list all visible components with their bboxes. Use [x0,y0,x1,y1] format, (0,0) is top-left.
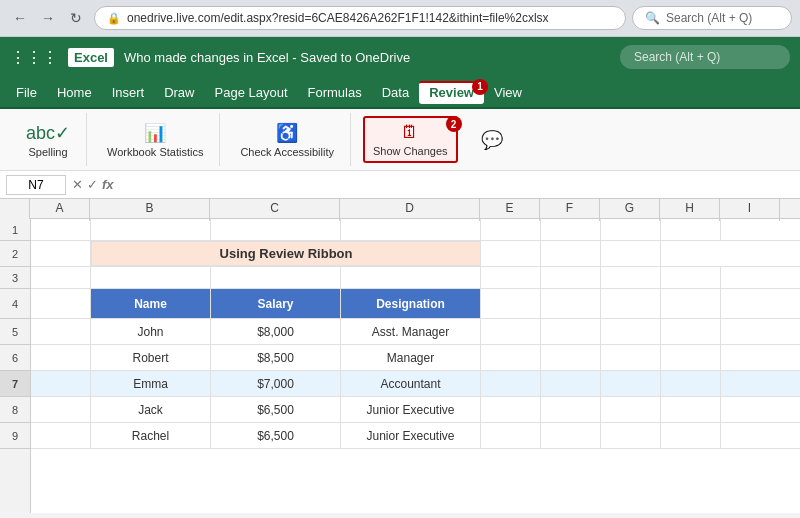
cell-e4[interactable] [481,289,541,318]
cell-f3[interactable] [541,267,601,288]
formula-input[interactable] [120,178,794,192]
cell-e6[interactable] [481,345,541,370]
cell-d3[interactable] [341,267,481,288]
cell-d7[interactable]: Accountant [341,371,481,396]
row-header-3[interactable]: 3 [0,267,30,289]
cell-b3[interactable] [91,267,211,288]
cell-g4[interactable] [601,289,661,318]
back-button[interactable]: ← [8,6,32,30]
cell-b1[interactable] [91,219,211,240]
row-header-5[interactable]: 5 [0,319,30,345]
menu-view[interactable]: View [484,81,532,104]
cell-c8[interactable]: $6,500 [211,397,341,422]
cell-g8[interactable] [601,397,661,422]
cell-h6[interactable] [661,345,721,370]
row-header-7[interactable]: 7 [0,371,30,397]
cell-a2[interactable] [31,241,91,266]
cell-f9[interactable] [541,423,601,448]
confirm-formula-icon[interactable]: ✓ [87,177,98,192]
waffle-icon[interactable]: ⋮⋮⋮ [10,48,58,67]
cell-a1[interactable] [31,219,91,240]
cell-a5[interactable] [31,319,91,344]
cell-g3[interactable] [601,267,661,288]
cell-h7[interactable] [661,371,721,396]
row-header-6[interactable]: 6 [0,345,30,371]
cell-f4[interactable] [541,289,601,318]
cell-reference[interactable]: N7 [6,175,66,195]
comment-button[interactable]: 💬 [462,125,522,155]
menu-insert[interactable]: Insert [102,81,155,104]
cancel-formula-icon[interactable]: ✕ [72,177,83,192]
cell-b4[interactable]: Name [91,289,211,318]
menu-data[interactable]: Data [372,81,419,104]
cell-h8[interactable] [661,397,721,422]
menu-draw[interactable]: Draw [154,81,204,104]
cell-a7[interactable] [31,371,91,396]
cell-a3[interactable] [31,267,91,288]
cell-d1[interactable] [341,219,481,240]
cell-e9[interactable] [481,423,541,448]
address-bar[interactable]: 🔒 onedrive.live.com/edit.aspx?resid=6CAE… [94,6,626,30]
cell-g7[interactable] [601,371,661,396]
row-header-4[interactable]: 4 [0,289,30,319]
cell-b7[interactable]: Emma [91,371,211,396]
cell-d9[interactable]: Junior Executive [341,423,481,448]
menu-formulas[interactable]: Formulas [298,81,372,104]
menu-file[interactable]: File [6,81,47,104]
cell-d6[interactable]: Manager [341,345,481,370]
cell-e5[interactable] [481,319,541,344]
cell-f7[interactable] [541,371,601,396]
cell-h3[interactable] [661,267,721,288]
spelling-button[interactable]: abc✓ Spelling [18,118,78,162]
cell-f2[interactable] [541,241,601,266]
row-header-1[interactable]: 1 [0,219,30,241]
menu-page-layout[interactable]: Page Layout [205,81,298,104]
cell-h9[interactable] [661,423,721,448]
cell-g6[interactable] [601,345,661,370]
cell-h1[interactable] [661,219,721,240]
cell-d5[interactable]: Asst. Manager [341,319,481,344]
cell-b9[interactable]: Rachel [91,423,211,448]
cell-g1[interactable] [601,219,661,240]
browser-search-box[interactable]: 🔍 Search (Alt + Q) [632,6,792,30]
cell-b6[interactable]: Robert [91,345,211,370]
insert-function-icon[interactable]: fx [102,177,114,192]
cell-h4[interactable] [661,289,721,318]
cell-f6[interactable] [541,345,601,370]
cell-d4[interactable]: Designation [341,289,481,318]
cell-c4[interactable]: Salary [211,289,341,318]
check-accessibility-button[interactable]: ♿ Check Accessibility [232,118,342,162]
cell-e2[interactable] [481,241,541,266]
cell-c6[interactable]: $8,500 [211,345,341,370]
cell-c7[interactable]: $7,000 [211,371,341,396]
cell-c1[interactable] [211,219,341,240]
title-search-input[interactable] [620,45,790,69]
cell-e8[interactable] [481,397,541,422]
cell-b5[interactable]: John [91,319,211,344]
cell-b2-merged[interactable]: Using Review Ribbon [91,241,481,266]
row-header-2[interactable]: 2 [0,241,30,267]
cell-a6[interactable] [31,345,91,370]
cell-g9[interactable] [601,423,661,448]
show-changes-button[interactable]: 🗓 Show Changes [363,116,458,163]
cell-b8[interactable]: Jack [91,397,211,422]
cell-e1[interactable] [481,219,541,240]
refresh-button[interactable]: ↻ [64,6,88,30]
menu-home[interactable]: Home [47,81,102,104]
forward-button[interactable]: → [36,6,60,30]
cell-d8[interactable]: Junior Executive [341,397,481,422]
cell-h5[interactable] [661,319,721,344]
row-header-9[interactable]: 9 [0,423,30,449]
cell-c5[interactable]: $8,000 [211,319,341,344]
cell-c3[interactable] [211,267,341,288]
cell-a9[interactable] [31,423,91,448]
cell-f8[interactable] [541,397,601,422]
workbook-stats-button[interactable]: 📊 Workbook Statistics [99,118,211,162]
cell-e3[interactable] [481,267,541,288]
cell-f1[interactable] [541,219,601,240]
cell-a4[interactable] [31,289,91,318]
row-header-8[interactable]: 8 [0,397,30,423]
cell-g5[interactable] [601,319,661,344]
cell-c9[interactable]: $6,500 [211,423,341,448]
cell-h2[interactable] [601,241,661,266]
